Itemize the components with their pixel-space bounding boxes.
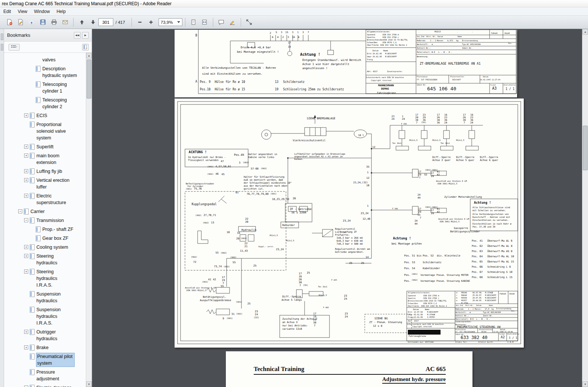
bookmark-label[interactable]: Suspension hydraulics	[36, 291, 74, 304]
zoom-in-button[interactable]	[146, 17, 157, 27]
bookmark-label[interactable]: Cooling system	[36, 244, 68, 251]
bookmark-label[interactable]: Proportional solenoid valve system	[36, 121, 74, 141]
bookmark-item[interactable]: +main boom extension	[4, 152, 86, 166]
scroll-down-icon[interactable]: ▼	[582, 381, 588, 387]
fit-page-button[interactable]	[188, 17, 199, 27]
bookmark-label[interactable]: Description hydraulic system	[42, 65, 78, 79]
fullscreen-button[interactable]	[244, 17, 255, 27]
bookmark-item[interactable]: +Gear box ZF	[4, 235, 86, 242]
bookmark-item[interactable]: −Carrier	[4, 208, 86, 215]
document-scrollbar[interactable]: ▲ ▼	[582, 29, 588, 387]
bookmark-label[interactable]: Vertical erection luffer	[36, 177, 74, 190]
bookmark-label[interactable]: main boom extension	[36, 152, 74, 166]
bookmark-item[interactable]: +valves	[4, 57, 86, 63]
bookmark-item[interactable]: +Suspension hydraulics I.R.A.S.	[4, 306, 86, 326]
menu-window[interactable]: Window	[30, 7, 53, 16]
expand-icon[interactable]: +	[24, 330, 28, 334]
bookmark-item[interactable]: +Pneumatical pilot system	[4, 353, 86, 367]
document-canvas[interactable]: 25315313764231641718Druck 4,0 +0,4 barbe…	[92, 29, 588, 387]
nav-tab-strip[interactable]	[0, 29, 4, 387]
bookmark-label[interactable]: Suspension hydraulics I.R.A.S.	[36, 306, 74, 326]
bookmark-label[interactable]: Superlift	[36, 143, 53, 150]
sign-button[interactable]	[227, 17, 238, 27]
bookmarks-tree[interactable]: +valves+Description hydraulic system+Tel…	[4, 53, 86, 387]
nav-tab-pages-icon[interactable]	[1, 44, 3, 51]
bookmark-item[interactable]: +Telescoping cylinder 2	[4, 97, 86, 110]
save-button[interactable]	[37, 17, 48, 27]
bookmark-label[interactable]: valves	[42, 57, 55, 63]
panel-menu-button[interactable]: ▶	[82, 32, 89, 39]
menu-view[interactable]: View	[14, 7, 31, 16]
bookmark-label[interactable]: Carrier	[30, 208, 45, 215]
expand-icon[interactable]: +	[24, 194, 28, 198]
expand-icon[interactable]: +	[24, 169, 28, 173]
expand-icon[interactable]: +	[24, 113, 28, 117]
comment-button[interactable]	[216, 17, 227, 27]
bookmark-label[interactable]: Luffing fly jib	[36, 168, 62, 175]
bookmark-item[interactable]: +Superlift	[4, 143, 86, 150]
bookmark-label[interactable]: Electric drawings	[36, 384, 71, 387]
fit-width-button[interactable]	[199, 17, 210, 27]
bookmark-item[interactable]: +Brake	[4, 344, 86, 351]
bookmark-item[interactable]: +Steering hydraulics I.R.A.S.	[4, 268, 86, 288]
bookmark-label[interactable]: Steering hydraulics I.R.A.S.	[36, 268, 74, 288]
bookmark-item[interactable]: +Vertical erection luffer	[4, 177, 86, 190]
bookmark-item[interactable]: −Transmission	[4, 217, 86, 224]
bookmark-label[interactable]: Electric superstructure	[36, 193, 74, 206]
page-number-input[interactable]	[98, 18, 113, 26]
bookmark-item[interactable]: +Suspension hydraulics	[4, 291, 86, 304]
bookmark-label[interactable]: Steering hydraulics	[36, 253, 74, 266]
bookmark-label[interactable]: Outrigger hydraulics	[36, 329, 74, 342]
bookmark-item[interactable]: +Proportional solenoid valve system	[4, 121, 86, 141]
expand-icon[interactable]: +	[24, 154, 28, 158]
bookmark-label[interactable]: Telescoping cylinder 1	[42, 81, 78, 94]
bookmark-item[interactable]: +Electric drawings	[4, 384, 86, 387]
scroll-up-icon[interactable]: ▲	[86, 53, 92, 58]
collapse-icon[interactable]: −	[24, 218, 28, 222]
expand-current-bookmark-button[interactable]	[82, 44, 89, 51]
menu-edit[interactable]: Edit	[0, 7, 14, 16]
expand-icon[interactable]: +	[24, 145, 28, 149]
bookmark-label[interactable]: Gear box ZF	[42, 235, 68, 242]
nav-tab-bookmarks-icon[interactable]	[1, 33, 3, 40]
expand-icon[interactable]: +	[24, 386, 28, 387]
expand-icon[interactable]: +	[24, 245, 28, 249]
bookmark-item[interactable]: +Steering hydraulics	[4, 253, 86, 266]
bookmark-item[interactable]: +Cooling system	[4, 244, 86, 251]
share-button[interactable]	[26, 17, 37, 27]
fill-sign-button[interactable]	[15, 17, 26, 27]
menu-help[interactable]: Help	[53, 7, 69, 16]
bookmark-item[interactable]: +Pressure adjustment	[4, 369, 86, 382]
bookmark-label[interactable]: Prop.- shaft ZF	[42, 226, 73, 233]
bookmark-label[interactable]: ECIS	[36, 112, 47, 119]
bookmark-item[interactable]: +Telescoping cylinder 1	[4, 81, 86, 94]
bookmark-label[interactable]: Transmission	[36, 217, 64, 224]
bookmark-item[interactable]: +Description hydraulic system	[4, 65, 86, 79]
bookmark-item[interactable]: +ECIS	[4, 112, 86, 119]
zoom-out-button[interactable]	[134, 17, 146, 27]
bookmark-item[interactable]: +Electric superstructure	[4, 193, 86, 206]
scroll-up-icon[interactable]: ▲	[582, 29, 588, 35]
bookmark-item[interactable]: +Outrigger hydraulics	[4, 329, 86, 342]
bookmarks-scrollbar[interactable]: ▲ ▼	[86, 53, 92, 387]
next-page-button[interactable]	[87, 17, 98, 27]
scroll-down-icon[interactable]: ▼	[86, 381, 92, 387]
bookmark-label[interactable]: Pressure adjustment	[36, 369, 74, 382]
collapse-panel-button[interactable]: ◀◀	[74, 32, 81, 39]
expand-icon[interactable]: +	[24, 178, 28, 182]
bookmark-options-button[interactable]	[9, 44, 20, 51]
bookmark-label[interactable]: Brake	[36, 344, 49, 351]
document-scroll-thumb[interactable]	[583, 126, 588, 170]
window-titlebar[interactable]: rex Demag Crane AC 665 Technical Trainin…	[0, 0, 588, 7]
bookmark-item[interactable]: +Luffing fly jib	[4, 168, 86, 175]
previous-page-button[interactable]	[76, 17, 87, 27]
bookmark-item[interactable]: +Prop.- shaft ZF	[4, 226, 86, 233]
open-file-button[interactable]	[4, 17, 15, 27]
collapse-icon[interactable]: −	[18, 209, 22, 213]
expand-icon[interactable]: +	[24, 345, 28, 349]
bookmarks-scroll-thumb[interactable]	[87, 59, 91, 99]
bookmark-label[interactable]: Pneumatical pilot system	[36, 353, 74, 367]
print-button[interactable]	[48, 17, 59, 27]
expand-icon[interactable]: +	[24, 270, 28, 274]
email-button[interactable]	[59, 17, 71, 27]
